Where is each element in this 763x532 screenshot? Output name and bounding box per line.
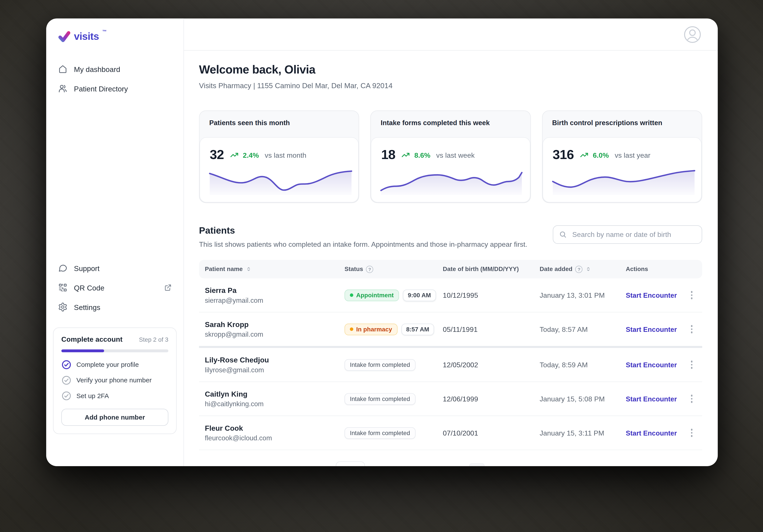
table-row[interactable]: Caitlyn King hi@caitlynking.com Intake f…	[199, 382, 702, 416]
table-row[interactable]: Fleur Cook fleurcook@icloud.com Intake f…	[199, 416, 702, 450]
status-chip-intake-completed: Intake form completed	[345, 427, 415, 439]
patients-table: Patient name Status ? D	[199, 260, 702, 450]
sidebar-item-support[interactable]: Support	[46, 258, 183, 278]
task-label: Complete your profile	[76, 361, 139, 369]
table-header-row: Patient name Status ? D	[199, 260, 702, 278]
sidebar-item-label: My dashboard	[74, 65, 120, 73]
sidebar-item-my-dashboard[interactable]: My dashboard	[46, 59, 183, 79]
help-icon[interactable]: ?	[575, 266, 583, 272]
dashboard-content: Welcome back, Olivia Visits Pharmacy | 1…	[184, 51, 718, 466]
sparkline-chart	[209, 167, 352, 195]
stat-value: 18	[381, 148, 395, 162]
check-circle-pending-icon	[61, 375, 71, 385]
status-dot	[350, 327, 353, 331]
qr-code-icon	[58, 283, 67, 292]
row-menu-kebab-icon[interactable]	[689, 289, 695, 301]
table-row[interactable]: Sierra Pa sierrap@ymail.com Appointment …	[199, 278, 702, 312]
stat-title: Intake forms completed this week	[371, 111, 530, 134]
trending-up-icon	[230, 151, 239, 159]
add-phone-number-button[interactable]: Add phone number	[61, 409, 168, 426]
patient-dob: 10/12/1995	[443, 291, 540, 299]
status-badge-in-pharmacy: In pharmacy	[345, 323, 397, 335]
task-setup-2fa[interactable]: Set up 2FA	[61, 391, 168, 401]
start-encounter-button[interactable]: Start Encounter	[626, 361, 677, 369]
row-menu-kebab-icon[interactable]	[689, 393, 695, 405]
brand-trademark: ™	[102, 29, 107, 34]
sidebar-spacer	[46, 98, 183, 258]
account-card-step: Step 2 of 3	[139, 336, 168, 343]
external-link-icon	[164, 284, 172, 292]
page-title: Welcome back, Olivia	[199, 63, 702, 76]
home-icon	[58, 64, 67, 74]
patient-name: Lily-Rose Chedjou	[205, 356, 345, 364]
stat-card-prescriptions: Birth control prescriptions written 316 …	[542, 110, 702, 203]
patients-section-header: Patients This list shows patients who co…	[199, 225, 702, 248]
table-row[interactable]: Sarah Kropp skropp@gmail.com In pharmacy…	[199, 312, 702, 348]
column-header-actions: Actions	[626, 266, 702, 272]
stat-caption: vs last year	[615, 151, 650, 159]
sidebar-item-label: Settings	[74, 303, 100, 311]
patient-dob: 12/05/2002	[443, 361, 540, 369]
table-row[interactable]: Lily-Rose Chedjou lilyrose@gmail.com Int…	[199, 348, 702, 382]
visits-check-logo-icon	[58, 30, 71, 43]
account-card-title: Complete account	[61, 335, 123, 343]
status-chip-intake-completed: Intake form completed	[345, 359, 415, 371]
patient-email: lilyrose@gmail.com	[205, 366, 345, 374]
patient-name: Sierra Pa	[205, 286, 345, 294]
start-encounter-button[interactable]: Start Encounter	[626, 429, 677, 437]
patient-search[interactable]	[553, 225, 702, 244]
search-input[interactable]	[571, 230, 696, 239]
patient-email: sierrap@ymail.com	[205, 296, 345, 304]
sort-icon	[586, 266, 592, 272]
sidebar-item-qr-code[interactable]: QR Code	[46, 278, 183, 297]
stat-delta: 2.4%	[243, 151, 259, 159]
arrival-time-chip: 8:57 AM	[401, 323, 434, 335]
secondary-nav: Support QR Code	[46, 258, 183, 317]
row-menu-kebab-icon[interactable]	[689, 427, 695, 439]
pharmacy-subtitle: Visits Pharmacy | 1155 Camino Del Mar, D…	[199, 81, 702, 89]
date-added: January 13, 3:01 PM	[540, 291, 626, 299]
column-header-status[interactable]: Status ?	[345, 266, 443, 272]
patients-description: This list shows patients who completed a…	[199, 240, 527, 248]
patient-email: hi@caitlynking.com	[205, 400, 345, 408]
users-icon	[58, 84, 67, 93]
sidebar-item-settings[interactable]: Settings	[46, 297, 183, 317]
help-icon[interactable]: ?	[366, 266, 373, 272]
patients-title: Patients	[199, 225, 527, 236]
stat-caption: vs last month	[265, 151, 306, 159]
stat-title: Patients seen this month	[199, 111, 359, 134]
start-encounter-button[interactable]: Start Encounter	[626, 325, 677, 333]
user-avatar[interactable]	[683, 25, 702, 44]
stat-title: Birth control prescriptions written	[542, 111, 702, 134]
patient-email: fleurcook@icloud.com	[205, 434, 345, 442]
trending-up-icon	[402, 151, 410, 159]
sidebar-item-label: QR Code	[74, 283, 104, 292]
stat-caption: vs last week	[436, 151, 475, 159]
stat-card-intake-forms: Intake forms completed this week 18 8.6%	[371, 110, 531, 203]
check-circle-done-icon	[61, 360, 71, 370]
date-added: January 15, 5:08 PM	[540, 395, 626, 403]
status-badge-appointment: Appointment	[345, 289, 399, 301]
patient-dob: 05/11/1991	[443, 325, 540, 333]
task-complete-profile[interactable]: Complete your profile	[61, 360, 168, 370]
start-encounter-button[interactable]: Start Encounter	[626, 395, 677, 403]
sidebar-item-label: Support	[74, 264, 100, 272]
task-label: Verify your phone number	[76, 377, 152, 384]
stat-cards: Patients seen this month 32 2.4%	[199, 110, 702, 203]
column-header-patient-name[interactable]: Patient name	[205, 266, 345, 272]
row-menu-kebab-icon[interactable]	[689, 323, 695, 335]
row-menu-kebab-icon[interactable]	[689, 359, 695, 371]
sidebar-item-patient-directory[interactable]: Patient Directory	[46, 79, 183, 98]
patient-email: skropp@gmail.com	[205, 330, 345, 338]
sidebar: visits ™ My dashboard	[46, 19, 184, 467]
task-label: Set up 2FA	[76, 392, 109, 399]
task-verify-phone[interactable]: Verify your phone number	[61, 375, 168, 385]
status-chip-intake-completed: Intake form completed	[345, 393, 415, 404]
patient-dob: 12/06/1999	[443, 395, 540, 403]
column-header-date-added[interactable]: Date added ?	[540, 266, 626, 272]
start-encounter-button[interactable]: Start Encounter	[626, 291, 677, 299]
stat-card-patients-seen: Patients seen this month 32 2.4%	[199, 110, 360, 203]
check-circle-pending-icon	[61, 391, 71, 401]
brand-name: visits	[74, 30, 99, 43]
main-panel: Welcome back, Olivia Visits Pharmacy | 1…	[184, 19, 718, 467]
